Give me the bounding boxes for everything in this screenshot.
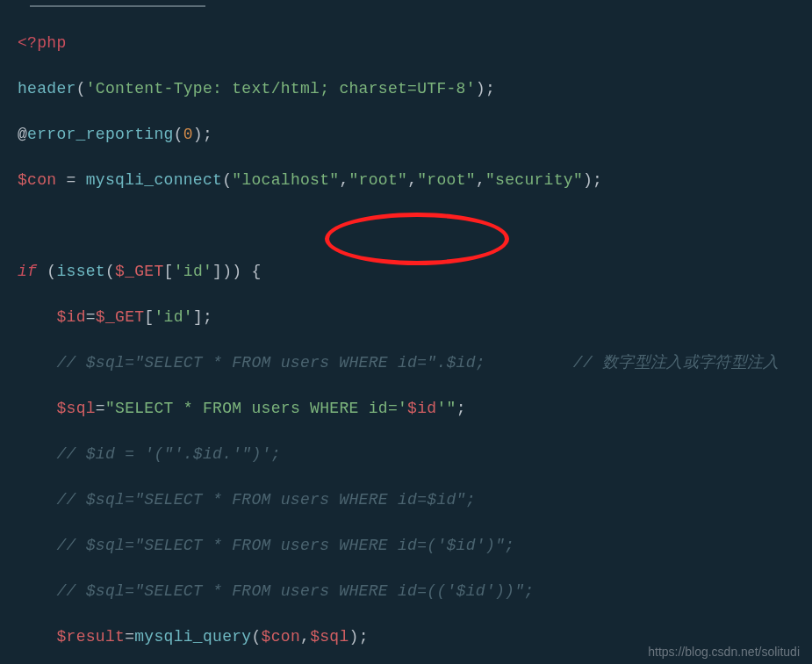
code-line: // $sql="SELECT * FROM users WHERE id=((… — [18, 580, 812, 603]
variable: $_GET — [115, 263, 164, 280]
comment: // $sql="SELECT * FROM users WHERE id=".… — [56, 354, 485, 372]
punct: ); — [193, 126, 212, 143]
string-literal: "root" — [417, 171, 476, 189]
variable: $sql — [56, 400, 95, 417]
punct: [ — [144, 308, 154, 326]
code-line: <?php — [18, 32, 812, 54]
indent — [18, 582, 56, 600]
string-literal: "localhost" — [232, 171, 339, 189]
code-line: $sql="SELECT * FROM users WHERE id='$id'… — [18, 397, 812, 420]
punct: ( — [105, 263, 115, 280]
code-line: // $sql="SELECT * FROM users WHERE id=".… — [18, 351, 812, 374]
operator: = — [96, 400, 105, 417]
variable: $sql — [310, 628, 349, 646]
func-call: isset — [56, 263, 105, 280]
variable: $id — [56, 308, 85, 326]
comment: // 数字型注入或字符型注入 — [485, 354, 780, 372]
csdn-watermark: https://blog.csdn.net/solitudi — [648, 645, 800, 659]
indent — [18, 537, 56, 554]
indent — [18, 354, 56, 372]
func-call: error_reporting — [27, 126, 174, 143]
string-literal: 'id' — [154, 308, 192, 326]
code-editor: <?php header('Content-Type: text/html; c… — [0, 0, 812, 664]
punct: [ — [164, 263, 174, 280]
operator: = — [86, 308, 96, 326]
code-line: // $sql="SELECT * FROM users WHERE id=('… — [18, 534, 812, 557]
string-literal: 'Content-Type: text/html; charset=UTF-8' — [86, 80, 476, 97]
punct: ( — [174, 126, 183, 143]
punct: ); — [583, 171, 602, 189]
operator: = — [56, 171, 85, 189]
comment: // $id = '("'.$id.'")'; — [56, 445, 280, 463]
code-line: // $id = '("'.$id.'")'; — [18, 443, 812, 466]
indent — [18, 628, 56, 646]
punct: , — [407, 171, 417, 189]
punct: ); — [476, 80, 495, 97]
number-literal: 0 — [183, 126, 193, 143]
operator: = — [125, 628, 134, 646]
code-line: // $sql="SELECT * FROM users WHERE id=$i… — [18, 488, 812, 511]
punct: ( — [76, 80, 86, 97]
at-sign: @ — [18, 126, 27, 143]
indent — [18, 400, 56, 417]
code-line: if (isset($_GET['id'])) { — [18, 260, 812, 283]
variable: $id — [407, 400, 436, 417]
punct: ( — [37, 263, 56, 280]
punct: , — [339, 171, 349, 189]
code-line: $con = mysqli_connect("localhost","root"… — [18, 169, 812, 191]
string-literal: "root" — [349, 171, 408, 189]
string-literal: '" — [436, 400, 456, 417]
string-literal: 'id' — [174, 263, 212, 280]
keyword: if — [18, 263, 37, 280]
comment: // $sql="SELECT * FROM users WHERE id=('… — [56, 537, 514, 554]
punct: , — [476, 171, 485, 189]
code-line: header('Content-Type: text/html; charset… — [18, 77, 812, 100]
punct: ( — [222, 171, 232, 189]
indent — [18, 491, 56, 509]
punct: ]; — [193, 308, 212, 326]
string-literal: "security" — [485, 171, 583, 189]
indent — [18, 445, 56, 463]
variable: $con — [18, 171, 56, 189]
punct: ])) { — [212, 263, 262, 280]
php-open-tag: <?php — [18, 34, 67, 52]
code-line — [18, 214, 812, 237]
punct: ); — [349, 628, 369, 646]
punct: ( — [251, 628, 261, 646]
punct: , — [300, 628, 310, 646]
variable: $_GET — [96, 308, 145, 326]
string-literal: "SELECT * FROM users WHERE id=' — [105, 400, 407, 417]
code-line: @error_reporting(0); — [18, 123, 812, 146]
variable: $con — [262, 628, 300, 646]
variable: $result — [56, 628, 125, 646]
code-line: $id=$_GET['id']; — [18, 306, 812, 328]
punct: ; — [456, 400, 466, 417]
func-call: mysqli_query — [134, 628, 251, 646]
indent — [18, 308, 56, 326]
comment: // $sql="SELECT * FROM users WHERE id=((… — [56, 582, 534, 600]
func-call: header — [18, 80, 76, 97]
comment: // $sql="SELECT * FROM users WHERE id=$i… — [56, 491, 475, 509]
func-call: mysqli_connect — [86, 171, 222, 189]
